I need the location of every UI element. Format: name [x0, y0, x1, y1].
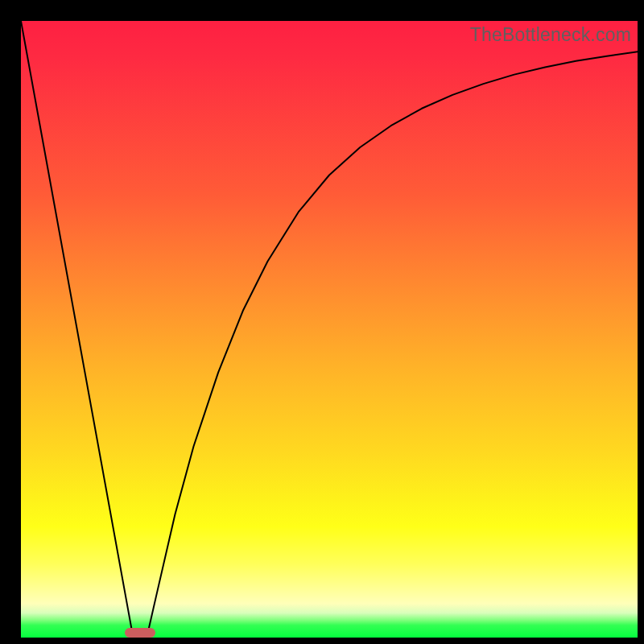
curve-overlay [21, 21, 638, 638]
plot-area: TheBottleneck.com [21, 21, 638, 638]
chart-frame: TheBottleneck.com [0, 0, 644, 644]
left-descent-line [21, 21, 133, 638]
optimal-range-marker [125, 628, 155, 638]
right-curve-line [147, 52, 638, 638]
